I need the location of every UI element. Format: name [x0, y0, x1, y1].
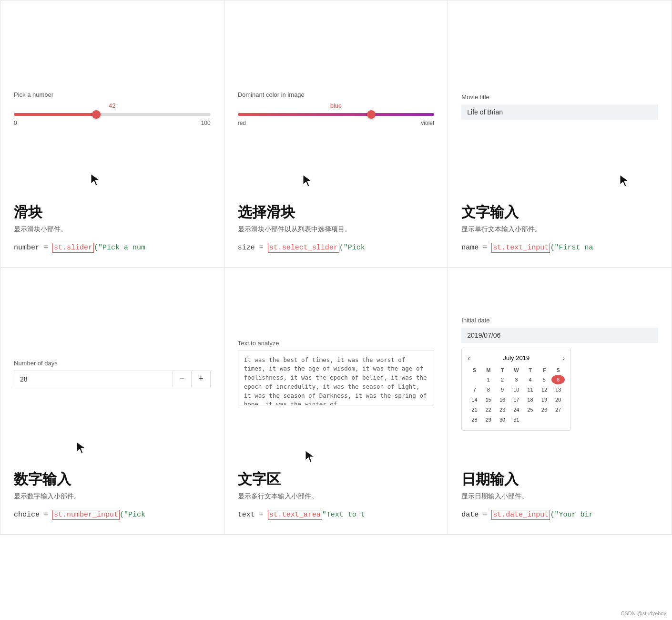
- date-input-field[interactable]: [461, 328, 658, 343]
- cell-date-input: Initial date ‹ July 2019 › SMTWTFS123456…: [448, 268, 672, 535]
- title-slider: 滑块: [14, 203, 211, 222]
- title-date-input: 日期输入: [461, 470, 658, 489]
- cursor-1: [90, 173, 101, 188]
- cal-day[interactable]: 21: [468, 405, 481, 414]
- text-area-field[interactable]: It was the best of times, it was the wor…: [238, 351, 435, 406]
- svg-marker-2: [620, 175, 629, 186]
- cal-day[interactable]: 16: [496, 395, 509, 404]
- date-input-widget: Initial date ‹ July 2019 › SMTWTFS123456…: [461, 317, 658, 431]
- code-suffix-ni: ("Pick: [120, 511, 145, 519]
- code-suffix-ss: ("Pick: [339, 244, 365, 252]
- svg-marker-4: [305, 451, 314, 462]
- cal-day[interactable]: 18: [523, 395, 537, 404]
- cal-day[interactable]: 12: [538, 385, 551, 394]
- demo-date-input: Initial date ‹ July 2019 › SMTWTFS123456…: [461, 282, 658, 470]
- code-prefix-slider: number =: [14, 244, 52, 252]
- cal-day[interactable]: 25: [523, 405, 537, 414]
- calendar-month: July 2019: [503, 354, 530, 362]
- cell-number-input: Number of days 28 − + 数字输入 显示数字输入小部件。 ch…: [0, 268, 224, 535]
- cal-day[interactable]: 24: [509, 405, 523, 414]
- color-max: violet: [421, 120, 434, 126]
- slider-label: Pick a number: [14, 91, 211, 98]
- slider-min: 0: [14, 120, 17, 126]
- cal-header-5: F: [538, 366, 551, 374]
- slider-widget: Pick a number 42 0 100: [14, 86, 211, 126]
- code-fn-ni: st.number_input: [52, 510, 120, 520]
- cal-day[interactable]: 10: [509, 385, 523, 394]
- cal-header-4: T: [523, 366, 537, 374]
- code-fn-ti: st.text_input: [491, 243, 550, 253]
- code-text-input: name = st.text_input("First na: [461, 242, 658, 254]
- cal-day[interactable]: 5: [538, 375, 551, 384]
- cal-day[interactable]: 28: [468, 415, 481, 424]
- demo-select-slider: Dominant color in image blue red violet: [238, 15, 435, 203]
- code-number-input: choice = st.number_input("Pick: [14, 509, 211, 521]
- cal-day[interactable]: 31: [509, 415, 523, 424]
- cal-day[interactable]: 29: [482, 415, 495, 424]
- slider-thumb[interactable]: [92, 110, 101, 119]
- calendar-next-button[interactable]: ›: [562, 354, 565, 362]
- cell-text-area: Text to analyze It was the best of times…: [224, 268, 448, 535]
- cal-day[interactable]: 30: [496, 415, 509, 424]
- code-prefix-ss: size =: [238, 244, 268, 252]
- date-input-label: Initial date: [461, 317, 658, 324]
- text-input-widget: Movie title: [461, 93, 658, 120]
- slider-range: 0 100: [14, 120, 211, 126]
- code-prefix-di: date =: [461, 511, 491, 519]
- main-grid: Pick a number 42 0 100 滑块 显示滑块小部件。 numbe…: [0, 0, 672, 535]
- svg-marker-0: [91, 174, 100, 186]
- cal-day[interactable]: 7: [468, 385, 481, 394]
- code-fn-slider: st.slider: [52, 243, 94, 253]
- cal-day[interactable]: 9: [496, 385, 509, 394]
- desc-text-input: 显示单行文本输入小部件。: [461, 225, 658, 234]
- cal-day[interactable]: 26: [538, 405, 551, 414]
- cursor-4: [76, 441, 86, 456]
- color-slider-value: blue: [238, 102, 435, 109]
- color-slider-range: red violet: [238, 120, 435, 126]
- cal-header-6: S: [551, 366, 565, 374]
- desc-slider: 显示滑块小部件。: [14, 225, 211, 234]
- code-fn-ss: st.select_slider: [268, 243, 339, 253]
- slider-track[interactable]: [14, 113, 211, 116]
- color-slider-thumb[interactable]: [367, 110, 376, 119]
- cursor-2: [302, 174, 313, 189]
- number-increment-button[interactable]: +: [191, 371, 210, 387]
- text-input-field[interactable]: [461, 104, 658, 120]
- cal-day[interactable]: 13: [551, 385, 565, 394]
- cal-day[interactable]: 27: [551, 405, 565, 414]
- cal-day[interactable]: 4: [523, 375, 537, 384]
- code-fn-ta: st.text_area: [268, 510, 322, 520]
- cal-day[interactable]: 17: [509, 395, 523, 404]
- cal-day[interactable]: 19: [538, 395, 551, 404]
- color-slider-track[interactable]: [238, 113, 435, 116]
- cal-day[interactable]: 8: [482, 385, 495, 394]
- cal-day[interactable]: 1: [482, 375, 495, 384]
- code-suffix-ti: ("First na: [550, 244, 593, 252]
- code-text-area: text = st.text_area"Text to t: [238, 509, 435, 521]
- cal-day[interactable]: 2: [496, 375, 509, 384]
- number-decrement-button[interactable]: −: [173, 371, 192, 387]
- cal-day[interactable]: 23: [496, 405, 509, 414]
- title-select-slider: 选择滑块: [238, 203, 435, 222]
- code-fn-di: st.date_input: [491, 510, 550, 520]
- number-input-value: 28: [14, 372, 173, 387]
- cal-day[interactable]: 14: [468, 395, 481, 404]
- cal-day[interactable]: 22: [482, 405, 495, 414]
- text-area-label: Text to analyze: [238, 340, 435, 347]
- cell-text-input: Movie title 文字输入 显示单行文本输入小部件。 name = st.…: [448, 0, 672, 268]
- cal-day[interactable]: 3: [509, 375, 523, 384]
- calendar-prev-button[interactable]: ‹: [468, 354, 470, 362]
- cal-day[interactable]: 20: [551, 395, 565, 404]
- cal-day[interactable]: 6: [551, 375, 565, 384]
- demo-number-input: Number of days 28 − +: [14, 282, 211, 470]
- number-input-widget: Number of days 28 − +: [14, 360, 211, 387]
- cal-day[interactable]: 15: [482, 395, 495, 404]
- cal-day[interactable]: 11: [523, 385, 537, 394]
- slider-value: 42: [14, 102, 211, 109]
- calendar-widget: ‹ July 2019 › SMTWTFS1234567891011121314…: [461, 348, 571, 431]
- demo-slider: Pick a number 42 0 100: [14, 15, 211, 203]
- svg-marker-1: [303, 175, 312, 186]
- code-date-input: date = st.date_input("Your bir: [461, 509, 658, 521]
- cal-header-3: W: [509, 366, 523, 374]
- cal-header-1: M: [482, 366, 495, 374]
